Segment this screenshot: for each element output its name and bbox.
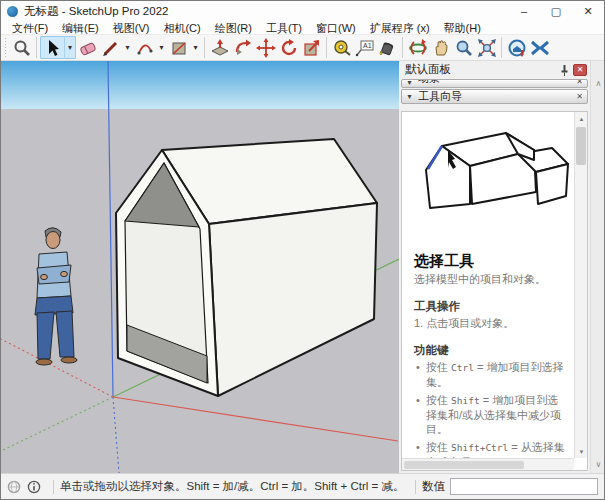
3d-warehouse-icon[interactable] — [505, 36, 528, 59]
divider — [415, 480, 416, 494]
list-item: 按住 Shift = 增加项目到选择集和/或从选择集中减少项目。 — [414, 393, 566, 438]
instructor-horizontal-scrollbar[interactable] — [402, 458, 574, 470]
orbit-tool-icon[interactable] — [406, 36, 429, 59]
menu-extensions[interactable]: 扩展程序 (x) — [363, 21, 437, 35]
rotate-tool-icon[interactable] — [277, 36, 300, 59]
keys-list: 按住 Ctrl = 增加项目到选择集。 按住 Shift = 增加项目到选择集和… — [414, 360, 566, 458]
section-close-icon[interactable]: ✕ — [576, 79, 583, 86]
toolbar: ▾ ▾ ▾ ▾ — [1, 35, 604, 61]
menu-view[interactable]: 视图(V) — [106, 21, 157, 35]
list-item: 按住 Ctrl = 增加项目到选择集。 — [414, 360, 566, 390]
list-item: 按住 Shift+Ctrl = 从选择集中减少项目。 — [414, 440, 566, 458]
text-tool-glyph: A1 — [363, 42, 372, 49]
chevron-up-icon[interactable]: ∧ — [591, 79, 605, 88]
paint-bucket-tool-icon[interactable] — [376, 36, 399, 59]
menu-edit[interactable]: 编辑(E) — [55, 21, 106, 35]
section-scenes[interactable]: ▼ 场景 ✕ — [401, 79, 588, 88]
menu-camera[interactable]: 相机(C) — [156, 21, 207, 35]
menu-help[interactable]: 帮助(H) — [437, 21, 488, 35]
default-tray-panel: 默认面板 ✕ ▼ 场景 ✕ ▼ 工具向导 ✕ — [399, 61, 605, 473]
credits-info-icon[interactable] — [27, 480, 41, 494]
instructor-heading: 选择工具 — [414, 252, 566, 271]
rectangle-tool-dropdown-icon[interactable]: ▾ — [190, 36, 201, 59]
minimize-button[interactable]: – — [508, 1, 540, 21]
keys-title: 功能键 — [414, 343, 566, 358]
tray-close-icon[interactable]: ✕ — [573, 64, 587, 76]
menu-tools[interactable]: 工具(T) — [259, 21, 309, 35]
zoom-extents-tool-icon[interactable] — [475, 36, 498, 59]
instructor-content: 选择工具 选择模型中的项目和对象。 工具操作 1. 点击项目或对象。 功能键 按… — [402, 112, 574, 458]
rectangle-tool-icon[interactable] — [167, 36, 190, 59]
titlebar: 无标题 - SketchUp Pro 2022 – ▢ ✕ — [1, 1, 604, 21]
section-close-icon[interactable]: ✕ — [576, 92, 583, 101]
scroll-up-icon[interactable]: ▲ — [575, 112, 588, 125]
operation-item: 1. 点击项目或对象。 — [414, 316, 566, 331]
triangle-down-icon: ▼ — [406, 93, 413, 100]
zoom-tool-icon[interactable] — [452, 36, 475, 59]
viewport-3d[interactable] — [1, 61, 399, 473]
sky — [1, 61, 399, 109]
geolocation-icon[interactable] — [7, 480, 21, 494]
instructor-vertical-scrollbar[interactable]: ▲ ▼ — [574, 112, 587, 458]
measurements-label: 数值 — [422, 479, 445, 494]
app-icon — [7, 6, 18, 17]
sketchup-window: 无标题 - SketchUp Pro 2022 – ▢ ✕ 文件(F) 编辑(E… — [0, 0, 605, 500]
menu-window[interactable]: 窗口(W) — [309, 21, 363, 35]
text-tool-icon[interactable]: A1 — [353, 36, 376, 59]
menu-file[interactable]: 文件(F) — [5, 21, 55, 35]
menubar: 文件(F) 编辑(E) 视图(V) 相机(C) 绘图(R) 工具(T) 窗口(W… — [1, 21, 604, 35]
search-icon[interactable] — [10, 36, 33, 59]
select-tool-icon[interactable] — [41, 36, 64, 59]
select-tool-dropdown-icon[interactable]: ▾ — [64, 36, 75, 59]
scrollbar-thumb[interactable] — [404, 461, 524, 469]
move-tool-icon[interactable] — [254, 36, 277, 59]
pin-icon[interactable] — [558, 63, 570, 76]
instructor-subtitle: 选择模型中的项目和对象。 — [414, 272, 566, 287]
window-title: 无标题 - SketchUp Pro 2022 — [24, 4, 168, 19]
line-tool-dropdown-icon[interactable]: ▾ — [122, 36, 133, 59]
measurements-input[interactable] — [450, 478, 598, 495]
scroll-down-icon[interactable]: ▼ — [575, 445, 588, 458]
maximize-button[interactable]: ▢ — [540, 1, 572, 21]
tape-measure-tool-icon[interactable] — [330, 36, 353, 59]
chevron-down-icon[interactable]: ∨ — [591, 460, 605, 469]
pushpull-tool-icon[interactable] — [208, 36, 231, 59]
close-button[interactable]: ✕ — [572, 1, 604, 21]
statusbar: 单击或拖动以选择对象。Shift = 加/减。Ctrl = 加。Shift + … — [1, 473, 604, 499]
arc-tool-dropdown-icon[interactable]: ▾ — [156, 36, 167, 59]
instructor-pane: 选择工具 选择模型中的项目和对象。 工具操作 1. 点击项目或对象。 功能键 按… — [401, 111, 588, 471]
offset-tool-icon[interactable] — [231, 36, 254, 59]
tray-title: 默认面板 — [405, 62, 451, 77]
tray-header: 默认面板 ✕ — [399, 61, 590, 78]
line-tool-icon[interactable] — [99, 36, 122, 59]
eraser-tool-icon[interactable] — [76, 36, 99, 59]
arc-tool-icon[interactable] — [133, 36, 156, 59]
scale-tool-icon[interactable] — [300, 36, 323, 59]
toolbar-grip[interactable] — [4, 38, 8, 58]
tray-scrollbar[interactable]: ∧ ∨ — [590, 61, 605, 473]
operation-title: 工具操作 — [414, 299, 566, 314]
scrollbar-thumb[interactable] — [576, 127, 586, 165]
extension-warehouse-icon[interactable] — [528, 36, 551, 59]
triangle-down-icon: ▼ — [406, 79, 413, 86]
select-tool-group: ▾ — [40, 36, 76, 59]
instructor-illustration — [414, 120, 574, 238]
status-message: 单击或拖动以选择对象。Shift = 加/减。Ctrl = 加。Shift + … — [60, 479, 404, 494]
menu-draw[interactable]: 绘图(R) — [208, 21, 259, 35]
pan-tool-icon[interactable] — [429, 36, 452, 59]
divider — [53, 480, 54, 494]
section-instructor[interactable]: ▼ 工具向导 ✕ — [401, 89, 588, 104]
